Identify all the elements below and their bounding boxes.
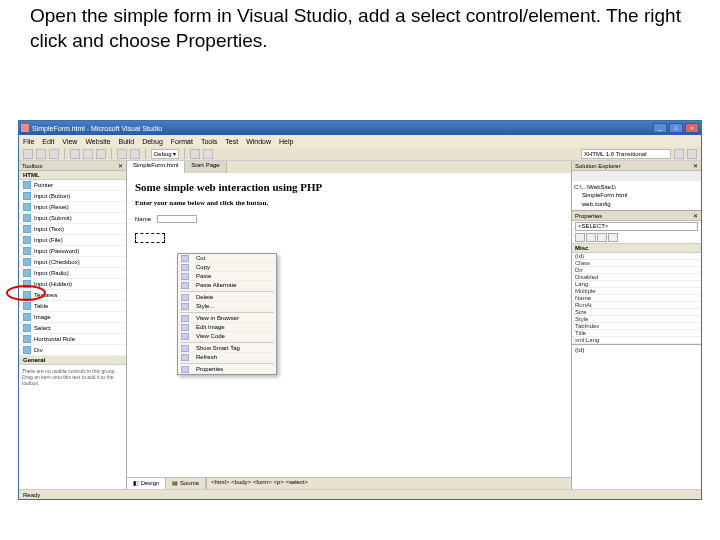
property-row[interactable]: xml:Lang bbox=[572, 337, 701, 344]
context-menu-item[interactable]: Cut bbox=[178, 254, 276, 263]
toolbar-button[interactable] bbox=[96, 149, 106, 159]
toolbar-button[interactable] bbox=[49, 149, 59, 159]
property-row[interactable]: (Id) bbox=[572, 253, 701, 260]
toolbox-item-icon bbox=[23, 302, 31, 310]
toolbox-item[interactable]: Input (Hidden) bbox=[19, 279, 126, 290]
menu-file[interactable]: File bbox=[23, 138, 34, 145]
toolbox-item[interactable]: Input (Radio) bbox=[19, 268, 126, 279]
property-row[interactable]: Multiple bbox=[572, 288, 701, 295]
toolbar-button[interactable] bbox=[36, 149, 46, 159]
solution-item[interactable]: SimpleForm.html bbox=[574, 191, 699, 199]
toolbar-button[interactable] bbox=[83, 149, 93, 159]
select-control[interactable] bbox=[135, 233, 165, 243]
toolbox-group-general[interactable]: General bbox=[19, 356, 126, 365]
context-menu-item[interactable]: Paste Alternate bbox=[178, 281, 276, 290]
alphabetical-button[interactable] bbox=[586, 233, 596, 242]
solution-toolbar-button[interactable] bbox=[594, 172, 603, 180]
design-surface[interactable]: Some simple web interaction using PHP En… bbox=[127, 173, 571, 477]
context-menu-item[interactable]: View in Browser bbox=[178, 314, 276, 323]
context-menu-item[interactable]: Paste bbox=[178, 272, 276, 281]
context-menu-item[interactable]: Delete bbox=[178, 293, 276, 302]
tab-startpage[interactable]: Start Page bbox=[185, 161, 226, 173]
property-row[interactable]: Disabled bbox=[572, 274, 701, 281]
property-category[interactable]: Misc bbox=[572, 243, 701, 253]
toolbox-item[interactable]: Image bbox=[19, 312, 126, 323]
toolbox-item[interactable]: Input (Submit) bbox=[19, 213, 126, 224]
panel-close-icon[interactable]: ✕ bbox=[693, 162, 698, 169]
maximize-button[interactable]: □ bbox=[669, 123, 683, 133]
menu-website[interactable]: Website bbox=[85, 138, 110, 145]
properties-button[interactable] bbox=[597, 233, 607, 242]
properties-selector[interactable]: <SELECT> bbox=[575, 222, 698, 231]
property-row[interactable]: Dir bbox=[572, 267, 701, 274]
toolbar-button[interactable] bbox=[203, 149, 213, 159]
menu-item-icon bbox=[181, 345, 189, 352]
toolbox-group-html[interactable]: HTML bbox=[19, 171, 126, 180]
property-row[interactable]: Name bbox=[572, 295, 701, 302]
property-row[interactable]: Class bbox=[572, 260, 701, 267]
name-input[interactable] bbox=[157, 215, 197, 223]
toolbox-item[interactable]: Pointer bbox=[19, 180, 126, 191]
events-button[interactable] bbox=[608, 233, 618, 242]
menu-format[interactable]: Format bbox=[171, 138, 193, 145]
minimize-button[interactable]: _ bbox=[653, 123, 667, 133]
property-row[interactable]: Style bbox=[572, 316, 701, 323]
toolbox-item[interactable]: Horizontal Rule bbox=[19, 334, 126, 345]
menu-debug[interactable]: Debug bbox=[142, 138, 163, 145]
editor-area: SimpleForm.html Start Page Some simple w… bbox=[127, 161, 571, 489]
solution-toolbar-button[interactable] bbox=[604, 172, 613, 180]
solution-toolbar-button[interactable] bbox=[584, 172, 593, 180]
design-tab[interactable]: ◧ Design bbox=[127, 478, 166, 489]
toolbox-item[interactable]: Input (Password) bbox=[19, 246, 126, 257]
toolbar-button[interactable] bbox=[190, 149, 200, 159]
toolbox-item[interactable]: Textarea bbox=[19, 290, 126, 301]
categorized-button[interactable] bbox=[575, 233, 585, 242]
context-menu-item[interactable]: Copy bbox=[178, 263, 276, 272]
toolbox-item[interactable]: Select bbox=[19, 323, 126, 334]
menu-build[interactable]: Build bbox=[119, 138, 135, 145]
menu-tools[interactable]: Tools bbox=[201, 138, 217, 145]
context-menu-item[interactable]: Style... bbox=[178, 302, 276, 311]
context-menu-item[interactable]: View Code bbox=[178, 332, 276, 341]
close-button[interactable]: × bbox=[685, 123, 699, 133]
panel-close-icon[interactable]: ✕ bbox=[118, 162, 123, 169]
toolbox-item[interactable]: Div bbox=[19, 345, 126, 356]
doctype-dropdown[interactable]: XHTML 1.0 Transitional bbox=[581, 149, 671, 159]
toolbox-title: Toolbox ✕ bbox=[19, 161, 126, 171]
toolbar-button[interactable] bbox=[23, 149, 33, 159]
toolbar-button[interactable] bbox=[70, 149, 80, 159]
solution-item[interactable]: web.config bbox=[574, 200, 699, 208]
context-menu-item[interactable]: Edit Image bbox=[178, 323, 276, 332]
toolbox-item[interactable]: Input (File) bbox=[19, 235, 126, 246]
menu-help[interactable]: Help bbox=[279, 138, 293, 145]
property-row[interactable]: RunAt bbox=[572, 302, 701, 309]
property-row[interactable]: TabIndex bbox=[572, 323, 701, 330]
toolbar-button[interactable] bbox=[130, 149, 140, 159]
toolbar-button[interactable] bbox=[687, 149, 697, 159]
solution-root[interactable]: C:\...\WebSite1\ bbox=[574, 183, 699, 191]
toolbar-button[interactable] bbox=[117, 149, 127, 159]
menu-item-icon bbox=[181, 366, 189, 373]
debug-dropdown[interactable]: Debug ▾ bbox=[151, 149, 179, 159]
panel-close-icon[interactable]: ✕ bbox=[693, 212, 698, 219]
source-tab[interactable]: ▤ Source bbox=[166, 478, 206, 489]
property-row[interactable]: Title bbox=[572, 330, 701, 337]
app-icon bbox=[21, 124, 29, 132]
context-menu-item[interactable]: Properties bbox=[178, 365, 276, 374]
toolbar-button[interactable] bbox=[674, 149, 684, 159]
toolbox-item[interactable]: Input (Button) bbox=[19, 191, 126, 202]
toolbox-item[interactable]: Table bbox=[19, 301, 126, 312]
tab-simpleform[interactable]: SimpleForm.html bbox=[127, 161, 185, 173]
menu-view[interactable]: View bbox=[62, 138, 77, 145]
menu-test[interactable]: Test bbox=[225, 138, 238, 145]
toolbox-item[interactable]: Input (Checkbox) bbox=[19, 257, 126, 268]
menu-edit[interactable]: Edit bbox=[42, 138, 54, 145]
property-row[interactable]: Lang bbox=[572, 281, 701, 288]
toolbox-item[interactable]: Input (Text) bbox=[19, 224, 126, 235]
menu-window[interactable]: Window bbox=[246, 138, 271, 145]
solution-toolbar-button[interactable] bbox=[574, 172, 583, 180]
property-row[interactable]: Size bbox=[572, 309, 701, 316]
context-menu-item[interactable]: Refresh bbox=[178, 353, 276, 362]
context-menu-item[interactable]: Show Smart Tag bbox=[178, 344, 276, 353]
toolbox-item[interactable]: Input (Reset) bbox=[19, 202, 126, 213]
